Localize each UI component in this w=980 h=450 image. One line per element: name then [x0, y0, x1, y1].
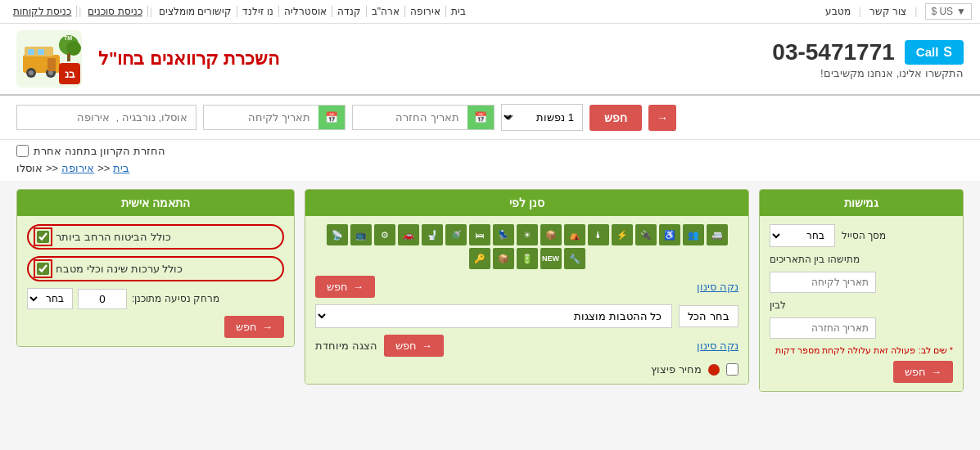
clear-filter-link-1[interactable]: נקה סינון [697, 281, 738, 293]
filter-icon-box[interactable]: 📦 [493, 248, 514, 269]
top-navigation: ▼ US $ | צור קשר | מטבע בית אירופה ארה"ב… [0, 0, 980, 24]
filter-icon-toilet[interactable]: 🚽 [422, 224, 443, 245]
filter-icon-car[interactable]: 🚗 [398, 224, 419, 245]
filter-icon-storage[interactable]: 📦 [540, 224, 562, 245]
amenity-return-input[interactable] [770, 317, 876, 339]
bedding-checkbox[interactable] [37, 263, 49, 275]
amenity-pickup-input[interactable] [770, 272, 876, 293]
filter-actions-1: נקה סינון → חפש [315, 276, 738, 298]
login-branches[interactable]: כניסת לקוחות [8, 6, 77, 17]
filter-search-button-2[interactable]: → חפש [384, 335, 444, 357]
phone-number: 03-5471771 [772, 39, 894, 65]
filter-icon-seat[interactable]: 💺 [493, 224, 514, 245]
return-date-wrap: 📅 [352, 105, 495, 130]
currency-selector[interactable]: ▼ US $ [925, 3, 972, 20]
return-date-input[interactable] [353, 106, 467, 129]
filter-search-label-1: חפש [327, 281, 348, 293]
personal-search-row: → חפש [27, 316, 284, 338]
destination-input[interactable] [16, 105, 196, 130]
filter-icon-camp[interactable]: ⛺ [564, 224, 585, 245]
dropdown-arrow: ▼ [956, 6, 966, 17]
select-all-button[interactable]: בחר הכל [679, 305, 738, 327]
filter-icon-key[interactable]: 🔑 [469, 248, 490, 269]
amenity-search-button[interactable]: → חפש [893, 361, 953, 383]
nav-link-europe[interactable]: אירופה [405, 6, 446, 17]
benefits-dropdown[interactable]: כל ההטבות מוצגות [315, 304, 672, 328]
filter-icon-wrench[interactable]: 🔧 [564, 248, 585, 269]
filter-icon-satellite[interactable]: 📡 [327, 224, 348, 245]
filter-icon-bed[interactable]: 🛏 [469, 224, 490, 245]
pickup-date-calendar-icon[interactable]: 📅 [318, 106, 345, 129]
panel-amenities: גמישות מסך הסייל בחר מתישהו בין התאריכים… [759, 189, 964, 392]
nav-link-recommended[interactable]: קישורים מומלצים [154, 6, 237, 17]
panel-personal: התאמה אישית כולל הביטוח הרחב ביותר כולל … [16, 189, 295, 347]
filter-icon-tv[interactable]: 📺 [350, 224, 372, 245]
amenity-arrow-icon: → [931, 366, 942, 378]
return-date-calendar-icon[interactable]: 📅 [467, 106, 494, 129]
main-content: גמישות מסך הסייל בחר מתישהו בין התאריכים… [0, 181, 980, 400]
site-header: S Call 03-5471771 התקשרו אלינו, אנחנו מק… [0, 24, 980, 96]
nav-link-usa[interactable]: ארה"ב [367, 6, 405, 17]
currency-label: צור קשר [869, 6, 906, 17]
filter-icon-gear[interactable]: ⚙ [374, 224, 395, 245]
nav-link-canada[interactable]: קנדה [332, 6, 367, 17]
nav-link-contact[interactable]: מטבע [825, 6, 851, 17]
svg-rect-9 [47, 58, 56, 71]
search-button[interactable]: חפש [589, 105, 642, 131]
bedding-label: כולל ערכות שינה וכלי מטבח [56, 263, 183, 275]
return-checkbox[interactable] [16, 145, 29, 157]
pickup-date-row [770, 272, 953, 293]
filter-icon-camper[interactable]: 🚐 [707, 224, 728, 245]
filter-dropdown-row: בחר הכל כל ההטבות מוצגות [315, 304, 738, 328]
distance-unit-select[interactable]: בחר [27, 288, 73, 309]
filter-icon-electric[interactable]: ⚡ [612, 224, 633, 245]
explosion-checkbox[interactable] [726, 363, 738, 376]
return-date-amenity-row [770, 317, 953, 339]
nav-link-home[interactable]: בית [446, 6, 471, 17]
filter-icon-power[interactable]: 🔌 [635, 224, 657, 245]
nav-link-newzealand[interactable]: נו זילנד [237, 6, 278, 17]
explosion-label: מחיר פיצוץ [651, 363, 702, 376]
logo-svg: TM בנ [16, 30, 82, 88]
filter-search-button-1[interactable]: → חפש [315, 276, 375, 298]
distance-input[interactable] [78, 289, 127, 309]
filter-icon-shower[interactable]: 🚿 [445, 224, 467, 245]
panel-amenities-header: גמישות [760, 190, 963, 216]
breadcrumb-home[interactable]: בית [113, 162, 129, 174]
persons-select[interactable]: 1 נפשות [501, 104, 583, 131]
search-arrow-button[interactable]: → [648, 105, 676, 131]
to-label-row: לבין [770, 299, 953, 311]
panel-personal-header: התאמה אישית [17, 190, 294, 216]
return-checkbox-label: החזרת הקרוון בתחנה אחרת [34, 145, 165, 157]
filter-arrow-icon-1: → [353, 281, 364, 293]
personal-search-button[interactable]: → חפש [224, 316, 284, 338]
filter-icon-solar[interactable]: ☀ [517, 224, 538, 245]
breadcrumb-europe[interactable]: אירופה [61, 162, 94, 174]
filter-icon-battery[interactable]: 🔋 [517, 248, 538, 269]
panel-filter-body: 🚐 👥 ♿ 🔌 ⚡ 🌡 ⛺ 📦 ☀ 💺 🛏 🚿 🚽 🚗 ⚙ 📺 📡 🔧 [305, 216, 748, 384]
filter-actions-2: נקה סינון → חפש הצגה מיוחדת [315, 335, 738, 357]
skype-call-button[interactable]: S Call [905, 40, 964, 65]
nav-separator: | [915, 6, 917, 17]
filter-search-label-2: חפש [395, 340, 417, 352]
breadcrumb-current: אוסלו [16, 162, 43, 174]
return-section: החזרת הקרוון בתחנה אחרת [0, 140, 980, 160]
nav-link-australia[interactable]: אוסטרליה [279, 6, 332, 17]
filter-icon-new[interactable]: NEW [540, 248, 562, 269]
filter-icon-temp[interactable]: 🌡 [588, 224, 609, 245]
login-agents[interactable]: כניסת סוכנים [83, 6, 147, 17]
clear-filter-link-2[interactable]: נקה סינון [697, 340, 738, 352]
filter-icon-accessible[interactable]: ♿ [659, 224, 680, 245]
insurance-checkbox[interactable] [37, 231, 49, 243]
header-brand: השכרת קרוואנים בחו"ל [16, 30, 279, 88]
pickup-date-input[interactable] [204, 106, 318, 129]
filter-icon-persons[interactable]: 👥 [683, 224, 704, 245]
breadcrumb: בית << אירופה << אוסלו [0, 160, 980, 181]
amenity-search-label: חפש [905, 366, 926, 378]
skype-label: Call [916, 45, 939, 59]
driver-select[interactable]: בחר [770, 224, 835, 247]
svg-rect-12 [67, 53, 70, 61]
insurance-label: כולל הביטוח הרחב ביותר [56, 231, 171, 243]
site-title: השכרת קרוואנים בחו"ל [98, 48, 279, 70]
header-contact: S Call 03-5471771 התקשרו אלינו, אנחנו מק… [772, 39, 964, 79]
